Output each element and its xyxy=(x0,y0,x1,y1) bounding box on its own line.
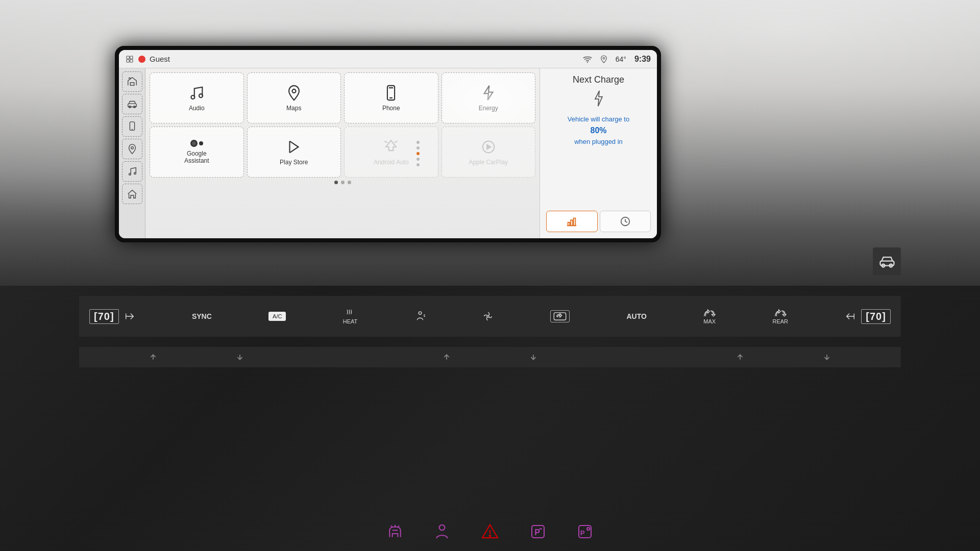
scroll-dot-3 xyxy=(416,152,420,155)
charge-stats-button[interactable] xyxy=(546,211,598,232)
next-charge-title: Next Charge xyxy=(546,74,651,85)
auto-button[interactable]: AUTO xyxy=(626,312,646,320)
ac-button[interactable]: A/C xyxy=(268,312,286,321)
sidebar-item-music[interactable] xyxy=(122,161,142,182)
app-label-phone: Phone xyxy=(382,105,400,112)
charge-text: Vehicle will charge to 80% when plugged … xyxy=(546,114,651,146)
left-vent-down[interactable] xyxy=(236,354,243,361)
svg-point-12 xyxy=(131,146,133,149)
user-name: Guest xyxy=(150,55,170,63)
charge-text-percent: 80% xyxy=(590,126,606,135)
svg-point-17 xyxy=(292,89,296,93)
right-vent-up[interactable] xyxy=(737,354,744,361)
seat-heat-nav-button[interactable] xyxy=(387,522,403,541)
app-tile-audio[interactable]: Audio xyxy=(150,72,244,123)
app-tile-phone[interactable]: Phone xyxy=(344,72,438,123)
svg-point-33 xyxy=(489,535,491,536)
sidebar xyxy=(119,68,145,238)
right-temp-display: [70] xyxy=(861,309,891,324)
svg-point-13 xyxy=(129,173,131,176)
app-label-apple-carplay: Apple CarPlay xyxy=(469,159,508,166)
sync-button[interactable]: SYNC xyxy=(192,312,212,320)
apps-area: Audio Maps xyxy=(145,68,540,238)
svg-point-14 xyxy=(134,172,136,174)
app-tile-play-store[interactable]: Play Store xyxy=(247,127,341,178)
top-bar-right: 64° 9:39 xyxy=(583,55,651,64)
svg-rect-3 xyxy=(130,59,133,62)
page-dots-indicator xyxy=(150,181,535,184)
svg-point-28 xyxy=(419,312,422,315)
fan-button[interactable] xyxy=(482,311,494,322)
vent-controls xyxy=(79,347,901,367)
svg-point-29 xyxy=(487,315,489,317)
app-label-audio: Audio xyxy=(189,105,205,112)
warning-nav-button[interactable] xyxy=(481,522,499,541)
app-label-maps: Maps xyxy=(286,105,301,112)
app-tile-android-auto: Android Auto xyxy=(344,127,438,178)
scroll-dot-4 xyxy=(416,158,420,161)
page-dot-2[interactable] xyxy=(341,181,345,184)
sidebar-item-car[interactable] xyxy=(122,94,142,114)
app-label-energy: Energy xyxy=(479,105,498,112)
center-vent-up[interactable] xyxy=(443,354,450,361)
climate-bar: [70] SYNC A/C HEAT xyxy=(79,296,901,337)
charge-text-line1: Vehicle will charge to xyxy=(568,115,629,123)
rear-button[interactable]: REAR xyxy=(772,308,788,324)
fan-direction-button[interactable] xyxy=(124,311,135,322)
left-vent-up[interactable] xyxy=(150,354,157,361)
svg-point-4 xyxy=(587,61,588,62)
app-label-google-assistant: GoogleAssistant xyxy=(184,150,209,164)
svg-rect-23 xyxy=(568,222,570,226)
scroll-dots xyxy=(416,141,420,166)
screen-display: Guest 64° 9:39 xyxy=(119,50,657,238)
charge-buttons xyxy=(546,211,651,232)
max-label: MAX xyxy=(703,318,716,324)
charge-text-line2: when plugged in xyxy=(574,138,623,145)
car-mini-display[interactable] xyxy=(873,247,901,276)
parking1-nav-button[interactable]: P xyxy=(530,522,546,541)
main-content: Audio Maps xyxy=(119,68,657,238)
heat-button[interactable]: HEAT xyxy=(343,308,358,324)
bottom-nav: P P xyxy=(0,522,980,541)
app-tile-maps[interactable]: Maps xyxy=(247,72,341,123)
person-nav-button[interactable] xyxy=(434,522,450,541)
sidebar-item-smart-home[interactable] xyxy=(122,184,142,204)
sidebar-item-home[interactable] xyxy=(122,71,142,92)
charge-schedule-button[interactable] xyxy=(600,211,651,232)
person-heat-button[interactable] xyxy=(414,311,426,322)
max-button[interactable]: MAX xyxy=(703,308,716,324)
bar-chart-icon xyxy=(566,216,577,227)
page-dot-3[interactable] xyxy=(348,181,351,184)
right-vent-down[interactable] xyxy=(823,354,830,361)
user-icon xyxy=(125,55,134,64)
app-tile-google-assistant[interactable]: GoogleAssistant xyxy=(150,127,244,178)
svg-text:P: P xyxy=(580,529,585,537)
location-icon xyxy=(600,55,607,64)
svg-rect-2 xyxy=(127,59,129,62)
rear-label: REAR xyxy=(772,318,788,324)
sidebar-item-phone[interactable] xyxy=(122,116,142,137)
app-tile-apple-carplay: Apple CarPlay xyxy=(442,127,536,178)
user-status-dot xyxy=(138,56,145,63)
scroll-dot-2 xyxy=(416,146,420,149)
apps-grid-row1: Audio Maps xyxy=(150,72,535,123)
time-display: 9:39 xyxy=(634,55,651,64)
sidebar-item-nav[interactable] xyxy=(122,139,142,159)
app-tile-energy[interactable]: Energy xyxy=(442,72,536,123)
page-dot-1[interactable] xyxy=(334,181,338,184)
recirculation-button[interactable] xyxy=(550,310,570,322)
svg-rect-0 xyxy=(127,56,129,59)
screen-bezel: Guest 64° 9:39 xyxy=(115,46,661,242)
app-label-android-auto: Android Auto xyxy=(374,159,409,166)
apps-grid-row2: GoogleAssistant Play Store xyxy=(150,127,535,178)
heat-label: HEAT xyxy=(343,318,358,324)
parking2-nav-button[interactable]: P xyxy=(577,522,593,541)
app-label-play-store: Play Store xyxy=(280,159,308,166)
wifi-icon xyxy=(583,55,592,63)
right-fan-direction-button[interactable] xyxy=(845,311,856,322)
center-vent-down[interactable] xyxy=(530,354,537,361)
top-bar-left: Guest xyxy=(125,55,170,64)
scroll-dot-1 xyxy=(416,141,420,144)
top-bar: Guest 64° 9:39 xyxy=(119,50,657,68)
scroll-dot-5 xyxy=(416,163,420,166)
